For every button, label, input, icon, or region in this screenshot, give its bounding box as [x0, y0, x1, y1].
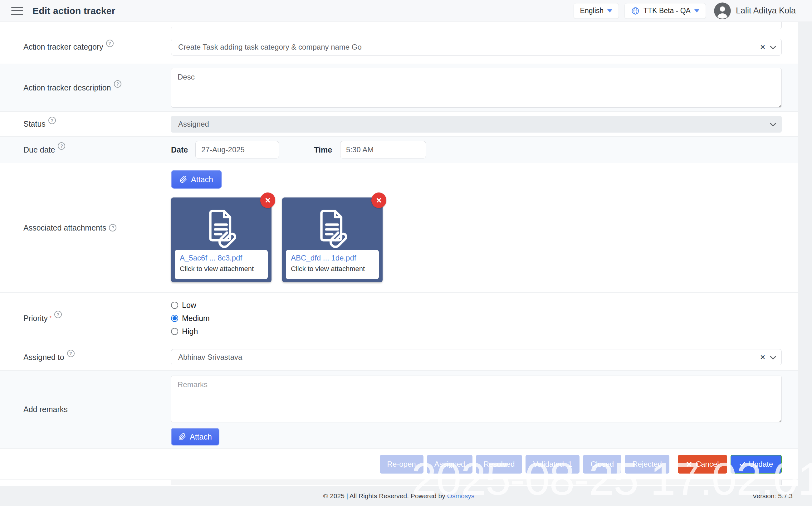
- help-icon[interactable]: ?: [109, 224, 116, 232]
- priority-label: Priority: [23, 314, 48, 323]
- page-title: Edit action tracker: [32, 6, 115, 16]
- clipped-next-row: Task: [0, 480, 798, 485]
- chevron-down-icon: [770, 120, 776, 126]
- description-row: Action tracker description ? Desc: [0, 64, 798, 112]
- attachment-filename[interactable]: ABC_dfd ... 1de.pdf: [291, 254, 374, 262]
- help-icon[interactable]: ?: [67, 350, 75, 357]
- attachment-card[interactable]: ABC_dfd ... 1de.pdf Click to view attach…: [282, 197, 383, 282]
- status-select: Assigned: [171, 116, 782, 133]
- priority-option-high[interactable]: High: [171, 327, 782, 336]
- radio-label: Low: [182, 301, 196, 310]
- category-label: Action tracker category: [23, 43, 103, 52]
- description-textarea[interactable]: Desc: [171, 68, 782, 108]
- status-button-validated1[interactable]: Validated_1: [525, 455, 579, 474]
- clipped-next-label: Task: [23, 484, 39, 485]
- footer: © 2025 | All Rights Reserved. Powered by…: [0, 486, 812, 506]
- description-label: Action tracker description: [23, 83, 111, 92]
- cancel-button-label: Cancel: [696, 460, 719, 469]
- menu-icon[interactable]: [11, 7, 23, 15]
- status-label: Status: [23, 119, 46, 129]
- help-icon[interactable]: ?: [106, 39, 113, 47]
- document-paperclip-icon: [199, 206, 243, 250]
- top-bar: Edit action tracker English TTK Beta - Q…: [0, 0, 812, 22]
- attachment-hint: Click to view attachment: [291, 265, 374, 273]
- assigned-to-row: Assigned to ? Abhinav Srivastava ×: [0, 344, 798, 370]
- osmosys-link[interactable]: Osmosys: [447, 492, 475, 499]
- clipped-input[interactable]: [171, 22, 782, 29]
- user-name: Lalit Aditya Kola: [736, 6, 796, 16]
- date-input[interactable]: [195, 141, 279, 159]
- cancel-button[interactable]: Cancel: [678, 455, 727, 474]
- required-asterisk: *: [50, 315, 52, 321]
- attachment-info[interactable]: A_5ac6f ... 8c3.pdf Click to view attach…: [175, 250, 268, 279]
- time-input[interactable]: [340, 141, 426, 159]
- assigned-to-value: Abhinav Srivastava: [178, 353, 755, 361]
- radio-low[interactable]: [171, 302, 178, 309]
- paperclip-icon: [180, 176, 187, 183]
- attachment-info[interactable]: ABC_dfd ... 1de.pdf Click to view attach…: [286, 250, 379, 279]
- version-text: Version: 5.7.3: [753, 492, 793, 500]
- chevron-down-icon[interactable]: [770, 353, 776, 360]
- clear-icon[interactable]: ×: [760, 43, 765, 52]
- attach-button-label: Attach: [190, 432, 212, 441]
- remove-attachment-button[interactable]: [372, 192, 386, 208]
- remarks-label: Add remarks: [23, 405, 68, 414]
- status-button-assigned[interactable]: Assigned: [427, 455, 473, 474]
- priority-option-medium[interactable]: Medium: [171, 314, 782, 323]
- attachments-row: Associated attachments ? Attach: [0, 163, 798, 292]
- radio-label: Medium: [182, 314, 210, 323]
- time-label: Time: [314, 145, 332, 154]
- update-button[interactable]: Update: [731, 455, 782, 474]
- update-button-label: Update: [749, 460, 773, 469]
- clipped-previous-row: [0, 22, 798, 30]
- help-icon[interactable]: ?: [54, 311, 62, 318]
- radio-medium[interactable]: [171, 315, 178, 322]
- category-row: Action tracker category ? Create Task ad…: [0, 30, 798, 64]
- attach-button-label: Attach: [191, 175, 213, 184]
- radio-high[interactable]: [171, 328, 178, 335]
- edit-form: Action tracker category ? Create Task ad…: [0, 22, 798, 486]
- close-icon: [686, 461, 692, 467]
- user-menu[interactable]: Lalit Aditya Kola: [714, 2, 796, 19]
- clear-icon[interactable]: ×: [760, 353, 765, 361]
- status-row: Status ? Assigned: [0, 112, 798, 137]
- priority-row: Priority * ? Low Medium High: [0, 292, 798, 344]
- remarks-attach-button[interactable]: Attach: [171, 428, 219, 445]
- attachment-card[interactable]: A_5ac6f ... 8c3.pdf Click to view attach…: [171, 197, 271, 282]
- clipped-next-input[interactable]: [171, 480, 782, 485]
- help-icon[interactable]: ?: [58, 142, 65, 150]
- document-paperclip-icon: [311, 206, 354, 250]
- chevron-down-icon: [695, 9, 699, 12]
- paperclip-icon: [178, 433, 186, 440]
- status-button-rejected[interactable]: Rejected: [625, 455, 669, 474]
- remarks-textarea[interactable]: [171, 375, 782, 422]
- status-button-resolved[interactable]: Resolved: [476, 455, 522, 474]
- category-value: Create Task adding task category & compa…: [178, 43, 755, 52]
- category-select[interactable]: Create Task adding task category & compa…: [171, 39, 782, 56]
- assigned-to-select[interactable]: Abhinav Srivastava ×: [171, 349, 782, 365]
- priority-option-low[interactable]: Low: [171, 301, 782, 310]
- language-dropdown[interactable]: English: [574, 3, 619, 19]
- attachment-hint: Click to view attachment: [180, 265, 263, 273]
- assigned-to-label: Assigned to: [23, 353, 64, 362]
- attachment-filename[interactable]: A_5ac6f ... 8c3.pdf: [180, 254, 263, 262]
- due-date-row: Due date ? Date Time: [0, 137, 798, 163]
- help-icon[interactable]: ?: [114, 80, 121, 88]
- due-date-label: Due date: [23, 145, 55, 154]
- tenant-dropdown[interactable]: TTK Beta - QA: [625, 3, 706, 19]
- language-dropdown-value: English: [580, 7, 603, 15]
- chevron-down-icon: [607, 9, 612, 12]
- status-button-reopen[interactable]: Re-open: [380, 455, 423, 474]
- help-icon[interactable]: ?: [49, 117, 56, 124]
- status-button-closed[interactable]: Closed: [583, 455, 621, 474]
- globe-icon: [631, 7, 640, 15]
- remove-attachment-button[interactable]: [260, 192, 275, 208]
- copyright-text: © 2025 | All Rights Reserved. Powered by: [323, 492, 445, 499]
- remarks-row: Add remarks Attach: [0, 370, 798, 448]
- date-label: Date: [171, 145, 188, 154]
- avatar: [714, 2, 731, 19]
- attach-button[interactable]: Attach: [171, 170, 222, 189]
- close-icon: [265, 197, 270, 203]
- actions-row: Re-open Assigned Resolved Validated_1 Cl…: [0, 448, 798, 480]
- chevron-down-icon[interactable]: [770, 43, 776, 49]
